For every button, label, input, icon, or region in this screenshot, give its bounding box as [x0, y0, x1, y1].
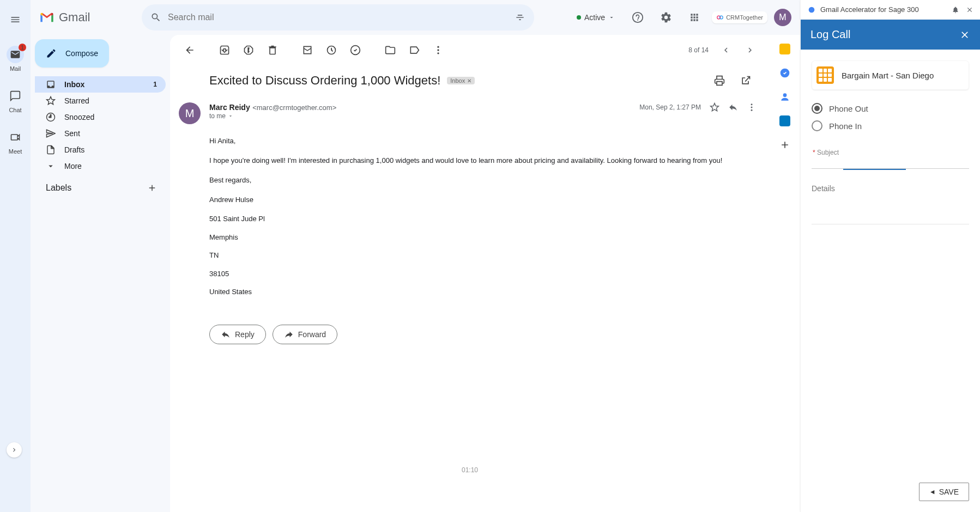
gmail-logo[interactable]: Gmail: [39, 10, 137, 25]
print-button[interactable]: [709, 70, 730, 92]
snooze-button[interactable]: [320, 39, 342, 61]
mail-icon: [10, 49, 21, 60]
radio-phone-in[interactable]: Phone In: [812, 117, 969, 135]
settings-button[interactable]: [655, 7, 677, 28]
addon-trello-icon[interactable]: [779, 115, 790, 126]
crm-chip-label: CRMTogether: [726, 14, 763, 21]
svg-point-3: [437, 46, 439, 48]
delete-button[interactable]: [262, 39, 283, 61]
labels-header: Labels: [35, 174, 166, 197]
nav-item-snoozed[interactable]: Snoozed: [35, 109, 166, 125]
left-navigation-rail: 1 Mail Chat Meet: [0, 0, 31, 512]
account-avatar[interactable]: M: [774, 9, 791, 26]
crm-logo-icon: [716, 14, 724, 21]
nav-item-sent[interactable]: Sent: [35, 125, 166, 142]
to-line: to me: [209, 112, 226, 120]
account-card[interactable]: Bargain Mart - San Diego: [812, 60, 969, 90]
prev-button[interactable]: [715, 39, 737, 61]
nav-item-drafts[interactable]: Drafts: [35, 142, 166, 158]
star-icon[interactable]: [710, 102, 719, 112]
rail-item-chat[interactable]: Chat: [4, 85, 26, 115]
subject-label: * Subject: [813, 149, 970, 156]
svg-point-10: [783, 93, 787, 97]
forward-button[interactable]: Forward: [273, 325, 337, 344]
reply-icon[interactable]: [728, 102, 738, 112]
chevron-down-icon: [228, 113, 233, 119]
close-icon[interactable]: ✕: [467, 78, 471, 84]
extension-titlebar: Log Call: [801, 20, 980, 50]
avatar-initial: M: [779, 13, 786, 22]
search-input[interactable]: [168, 13, 508, 22]
radio-label-in: Phone In: [829, 121, 862, 131]
inbox-chip-label: Inbox: [450, 77, 465, 84]
task-icon: [350, 45, 361, 56]
details-input[interactable]: [812, 181, 969, 224]
nav-item-starred[interactable]: Starred: [35, 93, 166, 109]
close-icon[interactable]: [959, 29, 970, 40]
mark-unread-button[interactable]: [297, 39, 318, 61]
rail-item-mail[interactable]: 1 Mail: [4, 44, 26, 74]
close-icon[interactable]: [966, 6, 973, 14]
gear-icon: [660, 11, 672, 23]
addon-tasks-icon[interactable]: [779, 68, 790, 78]
svg-point-7: [751, 107, 753, 108]
logo-text: Gmail: [59, 10, 90, 25]
body-paragraph: I hope you're doing well! I'm interested…: [209, 155, 757, 167]
reply-icon: [221, 330, 231, 339]
star-icon: [46, 96, 56, 106]
message-toolbar: 8 of 14: [170, 35, 770, 65]
popout-button[interactable]: [735, 70, 757, 92]
nav-label-sent: Sent: [64, 129, 80, 138]
back-button[interactable]: [179, 39, 201, 61]
chevron-down-icon: [46, 161, 56, 171]
addon-plus-icon[interactable]: [779, 139, 790, 150]
nav-label-more: More: [64, 162, 82, 170]
pagination-text: 8 of 14: [688, 46, 709, 54]
radio-unchecked-icon: [812, 120, 822, 131]
main-menu-button[interactable]: [2, 7, 28, 33]
rail-expand-button[interactable]: [7, 442, 22, 458]
forward-icon: [284, 330, 294, 339]
nav-label-snoozed: Snoozed: [64, 113, 94, 121]
inbox-icon: [46, 80, 56, 89]
radio-label-out: Phone Out: [829, 104, 868, 113]
search-bar[interactable]: [142, 4, 534, 31]
plus-icon[interactable]: [147, 183, 157, 193]
rail-item-meet[interactable]: Meet: [4, 126, 26, 157]
search-options-icon[interactable]: [515, 12, 525, 23]
help-button[interactable]: [627, 7, 649, 28]
next-button[interactable]: [739, 39, 761, 61]
sig-addr3: TN: [209, 250, 757, 261]
crm-extension-chip[interactable]: CRMTogether: [712, 11, 767, 23]
sender-avatar: M: [179, 102, 201, 124]
svg-point-11: [809, 7, 815, 13]
status-chip[interactable]: Active: [571, 10, 620, 25]
more-actions-button[interactable]: [427, 39, 449, 61]
addon-keep-icon[interactable]: [779, 44, 790, 54]
spam-button[interactable]: [238, 39, 259, 61]
more-vert-icon[interactable]: [747, 102, 757, 112]
inbox-chip[interactable]: Inbox ✕: [447, 77, 475, 84]
move-button[interactable]: [379, 39, 401, 61]
folder-icon: [385, 45, 396, 56]
nav-item-inbox[interactable]: Inbox 1: [35, 76, 166, 93]
recipient-dropdown[interactable]: to me: [209, 112, 631, 120]
chevron-right-icon: [745, 45, 755, 55]
label-icon: [409, 45, 420, 56]
reply-button[interactable]: Reply: [209, 325, 266, 344]
label-button[interactable]: [403, 39, 425, 61]
extension-title: Gmail Accelerator for Sage 300: [820, 5, 919, 14]
apps-button[interactable]: [683, 7, 705, 28]
archive-button[interactable]: [214, 39, 235, 61]
bell-icon[interactable]: [952, 6, 959, 14]
addon-contacts-icon[interactable]: [779, 92, 790, 102]
nav-item-more[interactable]: More: [35, 158, 166, 174]
compose-button[interactable]: Compose: [35, 39, 109, 68]
extension-panel: Gmail Accelerator for Sage 300 Log Call …: [800, 0, 980, 512]
radio-phone-out[interactable]: Phone Out: [812, 100, 969, 117]
trash-icon: [267, 45, 278, 56]
add-task-button[interactable]: [344, 39, 366, 61]
email-body: Hi Anita, I hope you're doing well! I'm …: [170, 129, 770, 312]
save-button[interactable]: ◄ SAVE: [919, 483, 969, 501]
popout-icon: [740, 75, 751, 86]
